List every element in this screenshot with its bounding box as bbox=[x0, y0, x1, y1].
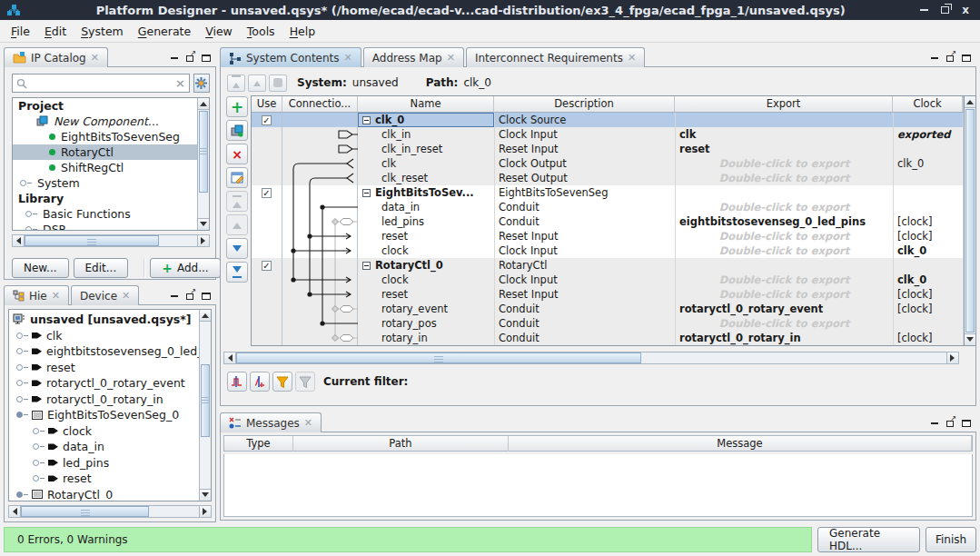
export-cell[interactable] bbox=[675, 258, 893, 273]
clock-cell[interactable] bbox=[893, 200, 963, 214]
close-tab-icon[interactable]: ✕ bbox=[344, 52, 352, 64]
export-cell[interactable]: clk bbox=[675, 127, 893, 142]
show-clock-domains-button[interactable] bbox=[227, 372, 247, 392]
expand-icon[interactable] bbox=[16, 396, 23, 402]
clock-cell[interactable] bbox=[893, 258, 963, 273]
clear-search-icon[interactable]: × bbox=[175, 76, 185, 90]
tab-ip-catalog[interactable]: IP Catalog ✕ bbox=[4, 47, 108, 67]
float-panel-icon[interactable] bbox=[186, 55, 193, 62]
maximize-panel-icon[interactable] bbox=[962, 55, 971, 62]
clock-cell[interactable]: exported bbox=[893, 127, 963, 142]
minimize-panel-icon[interactable] bbox=[931, 422, 938, 424]
close-tab-icon[interactable]: ✕ bbox=[304, 417, 312, 429]
export-cell[interactable]: Double-click to export bbox=[675, 316, 893, 331]
minimize-panel-icon[interactable] bbox=[931, 57, 938, 59]
ip-tree-new-component[interactable]: New Component... bbox=[13, 114, 197, 129]
hierarchy-port-clk[interactable]: clk bbox=[13, 328, 199, 344]
hierarchy-component-RotaryCtl_0[interactable]: RotaryCtl_0 bbox=[13, 487, 199, 502]
hierarchy-port-data_in[interactable]: data_in bbox=[33, 439, 199, 455]
clock-cell[interactable]: [clock] bbox=[893, 331, 963, 345]
clock-cell[interactable] bbox=[893, 142, 963, 156]
column-header-name[interactable]: Name bbox=[358, 96, 494, 113]
messages-column-path[interactable]: Path bbox=[293, 436, 509, 452]
restore-window-icon[interactable] bbox=[941, 6, 949, 14]
table-row[interactable]: clk_in Clock Input clk exported bbox=[252, 127, 964, 142]
hierarchy-tree[interactable]: unsaved [unsaved.qsys*] clk eightbitstos… bbox=[8, 309, 212, 501]
show-reset-domains-button[interactable] bbox=[250, 372, 270, 392]
export-cell[interactable]: rotaryctl_0_rotary_event bbox=[675, 302, 893, 316]
hierarchy-port-led_pins[interactable]: led_pins bbox=[33, 455, 199, 472]
expand-icon[interactable] bbox=[16, 380, 23, 386]
maximize-panel-icon[interactable] bbox=[202, 55, 211, 62]
edit-button[interactable] bbox=[226, 167, 248, 188]
export-cell[interactable] bbox=[675, 113, 893, 127]
tab-address-map[interactable]: Address Map ✕ bbox=[363, 47, 464, 67]
add-component-button[interactable]: +Add... bbox=[150, 258, 220, 278]
filter-button[interactable] bbox=[272, 372, 292, 392]
menu-item-edit[interactable]: Edit bbox=[37, 22, 74, 41]
table-row[interactable]: ✓ clk_0 Clock Source bbox=[252, 113, 964, 127]
hierarchy-port-rotaryctl_0_rotary_in[interactable]: rotaryctl_0_rotary_in bbox=[13, 392, 199, 408]
hierarchy-port-reset[interactable]: reset bbox=[13, 360, 199, 376]
ip-tree-library-node[interactable]: DSP bbox=[13, 222, 197, 231]
table-row[interactable]: led_pins Conduit eightbitstosevenseg_0_l… bbox=[252, 214, 964, 229]
table-row[interactable]: clk Clock Output Double-click to export … bbox=[252, 156, 964, 171]
table-row[interactable]: ✓ EightBitsToSev... EightBitsToSevenSeg bbox=[252, 185, 964, 200]
clock-cell[interactable] bbox=[893, 185, 963, 200]
ip-tree-item-eightbitstosevenseg[interactable]: EightBitsToSevenSeg bbox=[13, 129, 197, 144]
table-header[interactable]: UseConnectio...NameDescriptionExportCloc… bbox=[252, 96, 964, 113]
use-checkbox[interactable]: ✓ bbox=[262, 115, 272, 125]
expand-icon[interactable] bbox=[20, 180, 26, 186]
clear-filter-button[interactable] bbox=[295, 372, 315, 392]
messages-column-message[interactable]: Message bbox=[509, 436, 972, 452]
new-component-button[interactable]: New... bbox=[12, 258, 69, 278]
column-header-export[interactable]: Export bbox=[675, 96, 893, 113]
minimize-window-icon[interactable] bbox=[920, 9, 928, 11]
table-row[interactable]: data_in Conduit Double-click to export bbox=[252, 200, 964, 214]
export-cell[interactable]: Double-click to export bbox=[675, 243, 893, 258]
messages-header[interactable]: TypePathMessage bbox=[223, 435, 973, 452]
expand-icon[interactable] bbox=[25, 226, 32, 231]
hierarchy-vertical-scrollbar[interactable] bbox=[199, 310, 211, 501]
move-up-button[interactable] bbox=[248, 74, 266, 92]
hierarchy-component-EightBitsToSevenSeg_0[interactable]: EightBitsToSevenSeg_0 bbox=[13, 407, 199, 423]
hierarchy-port-reset[interactable]: reset bbox=[33, 471, 199, 487]
move-down-row-button[interactable] bbox=[226, 238, 248, 259]
ip-tree-horizontal-scrollbar[interactable] bbox=[12, 234, 210, 247]
use-checkbox[interactable]: ✓ bbox=[262, 188, 272, 198]
export-cell[interactable]: rotaryctl_0_rotary_in bbox=[675, 331, 893, 345]
expand-icon[interactable] bbox=[16, 364, 23, 371]
ip-tree-item-rotaryctl[interactable]: RotaryCtl bbox=[13, 144, 197, 160]
table-row[interactable]: rotary_event Conduit rotaryctl_0_rotary_… bbox=[252, 302, 964, 316]
table-row[interactable]: rotary_pos Conduit Double-click to expor… bbox=[252, 316, 964, 331]
menu-item-tools[interactable]: Tools bbox=[240, 22, 282, 41]
close-tab-icon[interactable]: ✕ bbox=[628, 52, 636, 64]
maximize-panel-icon[interactable] bbox=[202, 293, 211, 300]
hierarchy-root[interactable]: unsaved [unsaved.qsys*] bbox=[13, 312, 199, 328]
expand-icon[interactable] bbox=[33, 443, 39, 450]
ip-catalog-tree[interactable]: Project New Component... EightBitsToSeve… bbox=[12, 97, 210, 231]
new-component-toolbar-button[interactable] bbox=[226, 120, 248, 141]
ip-tree-vertical-scrollbar[interactable] bbox=[197, 98, 209, 230]
ip-settings-button[interactable] bbox=[193, 74, 210, 93]
move-up-level-button[interactable] bbox=[227, 74, 245, 92]
generate-hdl-button[interactable]: Generate HDL... bbox=[817, 527, 920, 552]
table-row[interactable]: rotary_in Conduit rotaryctl_0_rotary_in … bbox=[252, 331, 964, 345]
expand-icon[interactable] bbox=[16, 348, 23, 354]
clock-cell[interactable]: [clock] bbox=[893, 302, 963, 316]
ip-search-input[interactable] bbox=[31, 77, 172, 90]
table-row[interactable]: reset Reset Input Double-click to export… bbox=[252, 287, 964, 302]
clock-cell[interactable] bbox=[893, 316, 963, 331]
move-up-row-button[interactable] bbox=[226, 214, 248, 235]
ip-tree-item-shiftregctl[interactable]: ShiftRegCtl bbox=[13, 160, 197, 175]
expand-icon[interactable] bbox=[33, 428, 39, 434]
table-vertical-scrollbar[interactable] bbox=[965, 95, 976, 346]
move-to-top-button[interactable] bbox=[226, 191, 248, 212]
clock-cell[interactable]: clk_0 bbox=[893, 243, 963, 258]
column-header-connectio[interactable]: Connectio... bbox=[282, 96, 358, 113]
hierarchy-horizontal-scrollbar[interactable] bbox=[8, 505, 212, 518]
tab-system-contents[interactable]: System Contents ✕ bbox=[220, 47, 361, 67]
edit-component-button[interactable]: Edit... bbox=[74, 258, 129, 278]
expand-icon[interactable] bbox=[25, 211, 32, 217]
maximize-panel-icon[interactable] bbox=[962, 420, 971, 427]
